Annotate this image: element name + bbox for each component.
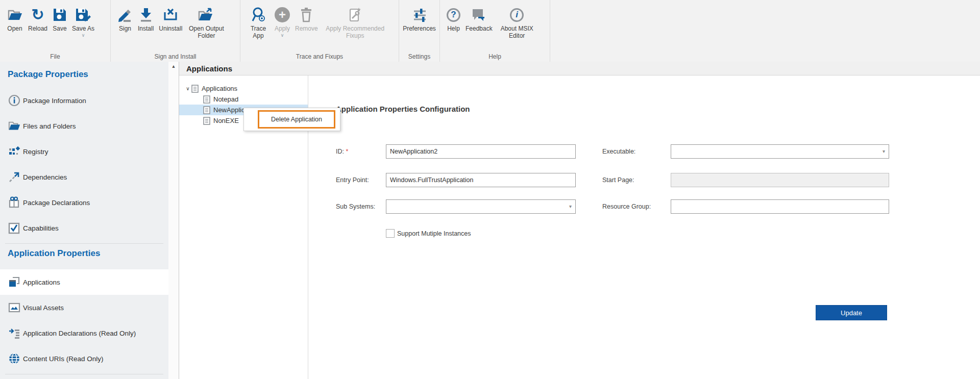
question-circle-icon: ? (447, 5, 460, 24)
apply-button-label: Apply (275, 25, 290, 32)
sidebar-item-dependencies[interactable]: Dependencies (0, 164, 168, 190)
document-icon (203, 117, 211, 125)
save-as-button-label: Save As (72, 25, 94, 32)
open-output-folder-button-label: Open Output Folder (187, 25, 225, 40)
sidebar-item-package-declarations[interactable]: Package Declarations (0, 190, 168, 215)
sidebar-item-applications[interactable]: Applications (0, 269, 168, 295)
gift-box-icon (8, 196, 20, 209)
arrow-list-icon (8, 327, 20, 339)
speech-bubble-icon (471, 5, 486, 24)
sidebar-section-title-application-properties: Application Properties (8, 248, 100, 259)
about-msix-editor-button-label: About MSIX Editor (498, 25, 536, 40)
update-button[interactable]: Update (816, 305, 887, 320)
sidebar-item-label: Package Declarations (23, 190, 90, 215)
open-output-folder-button[interactable]: Open Output Folder (185, 4, 228, 40)
sidebar-item-registry[interactable]: Registry (0, 139, 168, 164)
ribbon-group-label-help: Help (440, 53, 550, 60)
sidebar-scrollbar[interactable]: ▲ (168, 62, 179, 379)
help-button-label: Help (447, 25, 460, 32)
tree-node-applications-root[interactable]: ∨ Applications (179, 83, 308, 94)
apply-recommended-fixups-button-label: Apply Recommended Fixups (323, 25, 387, 40)
folder-icon (8, 120, 20, 132)
start-page-input (671, 173, 889, 187)
open-button[interactable]: Open (4, 4, 26, 32)
sidebar-item-label: Registry (23, 139, 48, 164)
trace-app-button-label: Trace App (247, 25, 270, 40)
delete-application-menu-item[interactable]: Delete Application (258, 110, 335, 129)
install-button[interactable]: Install (135, 4, 156, 32)
sidebar-item-visual-assets[interactable]: Visual Assets (0, 295, 168, 320)
save-icon (53, 5, 67, 24)
apply-button[interactable]: + Apply ∨ (272, 4, 292, 38)
apply-recommended-fixups-button[interactable]: Apply Recommended Fixups (321, 4, 390, 40)
sub-systems-dropdown[interactable]: ▾ (386, 199, 576, 214)
help-button[interactable]: ? Help (444, 4, 463, 32)
entry-point-input[interactable] (386, 173, 576, 187)
sidebar-item-application-declarations[interactable]: Application Declarations (Read Only) (0, 320, 168, 346)
folder-arrow-icon (198, 5, 215, 24)
image-icon (8, 301, 20, 314)
sidebar-item-files-and-folders[interactable]: Files and Folders (0, 113, 168, 139)
resource-group-input[interactable] (671, 199, 889, 214)
chevron-down-icon: ▾ (883, 148, 885, 154)
sidebar-divider (5, 243, 163, 244)
feedback-button[interactable]: Feedback (463, 4, 495, 32)
context-menu: Delete Application (243, 108, 340, 131)
plus-circle-icon: + (275, 5, 290, 24)
chevron-down-icon: ∨ (82, 33, 85, 38)
chevron-down-icon: ∨ (281, 33, 284, 38)
preferences-button-label: Preferences (403, 25, 436, 32)
ribbon-group-file: Open ↻ Reload Save Save As (0, 0, 111, 62)
tree-node-notepad[interactable]: Notepad (179, 94, 308, 105)
ribbon-group-settings: Preferences Settings (399, 0, 440, 62)
save-button[interactable]: Save (50, 4, 69, 32)
ribbon-group-label-settings: Settings (399, 53, 439, 60)
entry-point-label: Entry Point: (336, 176, 369, 184)
remove-button[interactable]: Remove (292, 4, 321, 32)
uninstall-icon (163, 5, 178, 24)
trace-app-button[interactable]: Trace App (244, 4, 272, 40)
scroll-up-arrow-icon[interactable]: ▲ (168, 64, 179, 69)
save-button-label: Save (53, 25, 66, 32)
sidebar-item-content-uris[interactable]: Content URIs (Read Only) (0, 346, 168, 371)
ribbon-group-label-file: File (0, 53, 110, 60)
tree-node-label: Notepad (213, 95, 238, 103)
reload-button-label: Reload (28, 25, 47, 32)
about-msix-editor-button[interactable]: i About MSIX Editor (495, 4, 539, 40)
preferences-button[interactable]: Preferences (400, 4, 438, 32)
document-icon (203, 95, 211, 104)
magnifier-eye-icon (251, 5, 266, 24)
resource-group-label: Resource Group: (602, 203, 651, 210)
ribbon-empty-area (550, 0, 980, 62)
form-title: Application Properties Configuration (336, 105, 470, 113)
sidebar-item-package-information[interactable]: Package Information (0, 88, 168, 113)
sidebar-item-label: Applications (23, 269, 60, 295)
id-input[interactable] (386, 144, 576, 159)
save-as-button[interactable]: Save As ∨ (69, 4, 97, 38)
chevron-down-icon[interactable]: ∨ (184, 86, 191, 91)
sub-systems-label: Sub Systems: (336, 203, 375, 210)
info-circle-icon: i (510, 5, 524, 24)
reload-button[interactable]: ↻ Reload (26, 4, 50, 32)
support-multiple-instances-checkbox[interactable] (386, 229, 395, 238)
registry-blocks-icon (8, 145, 20, 158)
sidebar-item-capabilities[interactable]: Capabilities (0, 215, 168, 241)
open-folder-icon (7, 5, 23, 24)
msix-editor-window: Open ↻ Reload Save Save As (0, 0, 980, 379)
document-icon (203, 106, 211, 114)
uninstall-button[interactable]: Uninstall (156, 4, 185, 32)
executable-dropdown[interactable]: ▾ (671, 144, 889, 159)
remove-button-label: Remove (295, 25, 318, 32)
tree-node-label: NonEXE (213, 117, 239, 124)
chevron-down-icon: ▾ (569, 204, 572, 209)
ribbon-group-help: ? Help Feedback i About MSIX Editor Help (440, 0, 550, 62)
sidebar-item-label: Files and Folders (23, 113, 76, 139)
page-title: Applications (179, 64, 232, 73)
id-label: ID: * (336, 148, 348, 155)
sidebar-item-label: Application Declarations (Read Only) (23, 320, 136, 346)
sidebar-section-title-package-properties: Package Properties (8, 69, 88, 80)
sign-button[interactable]: Sign (115, 4, 135, 32)
document-icon (191, 85, 199, 93)
sidebar: Package Properties Package Information F… (0, 62, 168, 379)
sign-button-label: Sign (119, 25, 131, 32)
